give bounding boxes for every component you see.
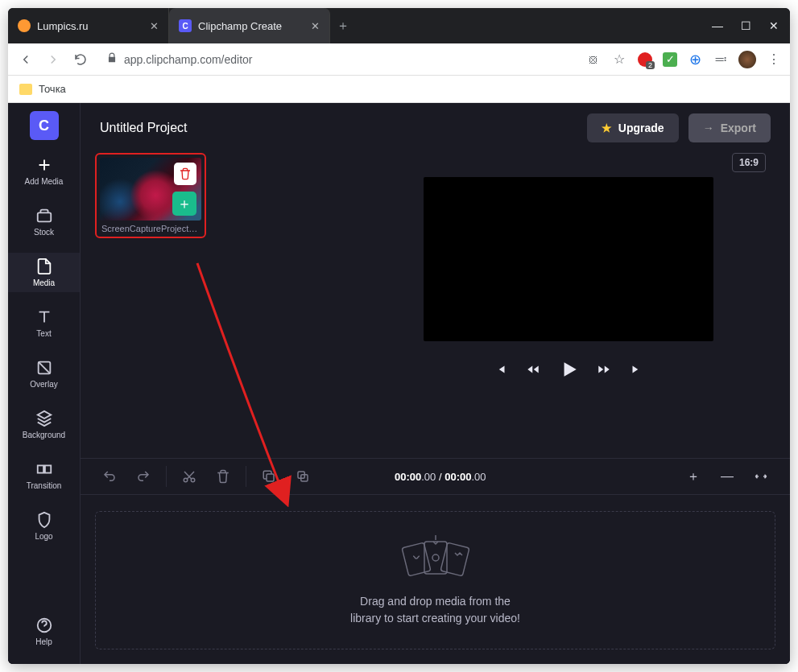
trash-icon xyxy=(179,167,192,180)
rail-transition[interactable]: Transition xyxy=(8,456,80,495)
rail-label: Add Media xyxy=(25,177,64,186)
redo-button[interactable] xyxy=(129,462,158,491)
button-label: Export xyxy=(721,122,756,134)
window-minimize-button[interactable]: — xyxy=(712,19,723,32)
video-preview[interactable] xyxy=(424,177,713,341)
rail-media[interactable]: Media xyxy=(8,253,80,292)
transport-controls xyxy=(494,359,643,383)
svg-rect-10 xyxy=(402,542,431,576)
skip-start-button[interactable] xyxy=(494,362,508,380)
tab-title: Clipchamp Create xyxy=(198,20,282,32)
profile-avatar[interactable] xyxy=(738,51,756,68)
close-icon[interactable]: ✕ xyxy=(150,20,159,32)
project-title[interactable]: Untitled Project xyxy=(100,121,188,135)
rail-background[interactable]: Background xyxy=(8,405,80,444)
translate-icon[interactable]: ⦻ xyxy=(585,52,602,68)
tab-title: Lumpics.ru xyxy=(37,20,89,32)
rail-label: Stock xyxy=(34,228,54,237)
extension-check-icon[interactable]: ✓ xyxy=(663,52,677,67)
zoom-in-button[interactable]: ＋ xyxy=(679,462,708,491)
play-button[interactable] xyxy=(558,359,579,383)
svg-rect-2 xyxy=(37,465,43,472)
media-clip[interactable]: ＋ ScreenCaptureProject1.… xyxy=(95,153,206,238)
favicon-icon xyxy=(18,19,31,32)
fit-timeline-button[interactable] xyxy=(746,462,775,491)
close-icon[interactable]: ✕ xyxy=(311,20,320,32)
rail-help[interactable]: Help xyxy=(8,612,80,651)
svg-point-6 xyxy=(191,478,195,482)
media-cards-icon xyxy=(395,534,476,582)
export-button[interactable]: → Export xyxy=(688,113,771,142)
undo-button[interactable] xyxy=(95,462,124,491)
lock-icon xyxy=(106,52,118,66)
nav-reload-button[interactable] xyxy=(71,50,90,69)
rail-logo[interactable]: Logo xyxy=(8,506,80,546)
rail-text[interactable]: Text xyxy=(8,303,80,343)
star-icon: ★ xyxy=(602,122,612,134)
clip-thumbnail[interactable]: ＋ xyxy=(100,158,201,221)
aspect-ratio-selector[interactable]: 16:9 xyxy=(732,153,766,172)
rail-label: Transition xyxy=(27,481,62,490)
add-to-timeline-button[interactable]: ＋ xyxy=(172,192,196,216)
rail-label: Media xyxy=(33,278,55,287)
new-tab-button[interactable]: ＋ xyxy=(330,8,356,43)
cut-button[interactable] xyxy=(175,462,204,491)
bookmark-item[interactable]: Точка xyxy=(39,83,66,95)
url-text: app.clipchamp.com/editor xyxy=(124,53,253,66)
timeline-time: 00:00.00 / 00:00.00 xyxy=(395,471,486,483)
svg-rect-3 xyxy=(44,465,50,472)
rail-overlay[interactable]: Overlay xyxy=(8,354,80,394)
svg-rect-0 xyxy=(37,212,51,221)
browser-toolbar: app.clipchamp.com/editor ⦻ ☆ 2 ✓ ⊕ ≕ ⋮ xyxy=(8,43,790,76)
copy-button[interactable] xyxy=(254,462,283,491)
bookmarks-bar: Точка xyxy=(8,76,790,103)
rail-label: Text xyxy=(36,329,51,338)
bookmark-star-icon[interactable]: ☆ xyxy=(611,52,627,68)
rail-stock[interactable]: Stock xyxy=(8,202,80,241)
media-library: ＋ ScreenCaptureProject1.… xyxy=(81,153,346,458)
svg-rect-7 xyxy=(267,474,274,481)
svg-rect-12 xyxy=(440,542,469,576)
browser-tabstrip: Lumpics.ru ✕ C Clipchamp Create ✕ ＋ — ☐ … xyxy=(8,8,790,43)
clip-filename: ScreenCaptureProject1.… xyxy=(100,221,201,233)
zoom-out-button[interactable]: — xyxy=(713,462,742,491)
timeline-drop-zone[interactable]: Drag and drop media from the library to … xyxy=(95,511,775,649)
delete-clip-button[interactable] xyxy=(174,163,196,185)
extension-globe-icon[interactable]: ⊕ xyxy=(687,52,703,68)
button-label: Upgrade xyxy=(618,122,664,134)
browser-tab[interactable]: C Clipchamp Create ✕ xyxy=(169,8,330,43)
drop-text-line: library to start creating your video! xyxy=(350,612,520,625)
left-rail: C Add Media Stock Media Text Overlay xyxy=(8,103,81,664)
folder-icon xyxy=(19,84,32,95)
extension-opera-icon[interactable]: 2 xyxy=(637,52,653,68)
rail-label: Overlay xyxy=(30,380,57,389)
delete-button[interactable] xyxy=(209,462,238,491)
rail-label: Help xyxy=(35,637,52,646)
app-logo[interactable]: C xyxy=(30,111,59,140)
rail-label: Logo xyxy=(35,532,52,541)
nav-forward-button[interactable] xyxy=(43,50,63,69)
browser-menu-icon[interactable]: ⋮ xyxy=(766,52,782,68)
favicon-icon: C xyxy=(179,19,192,32)
reading-list-icon[interactable]: ≕ xyxy=(713,52,729,68)
fast-forward-button[interactable] xyxy=(597,362,611,380)
arrow-right-icon: → xyxy=(703,122,714,134)
timeline-toolbar: 00:00.00 / 00:00.00 ＋ — xyxy=(81,458,790,495)
rail-label: Background xyxy=(23,431,65,439)
browser-tab[interactable]: Lumpics.ru ✕ xyxy=(8,8,169,43)
plus-icon: ＋ xyxy=(177,194,192,213)
rewind-button[interactable] xyxy=(526,362,540,380)
skip-end-button[interactable] xyxy=(629,362,643,380)
svg-point-13 xyxy=(432,555,439,561)
nav-back-button[interactable] xyxy=(16,50,35,69)
address-bar[interactable]: app.clipchamp.com/editor xyxy=(98,48,577,71)
app-topbar: Untitled Project ★ Upgrade → Export xyxy=(81,103,790,153)
svg-point-5 xyxy=(184,478,188,482)
upgrade-button[interactable]: ★ Upgrade xyxy=(587,113,679,142)
rail-add-media[interactable]: Add Media xyxy=(8,151,80,191)
duplicate-button[interactable] xyxy=(288,462,317,491)
window-maximize-button[interactable]: ☐ xyxy=(741,19,751,32)
window-close-button[interactable]: ✕ xyxy=(769,19,779,32)
drop-text-line: Drag and drop media from the xyxy=(360,595,511,608)
